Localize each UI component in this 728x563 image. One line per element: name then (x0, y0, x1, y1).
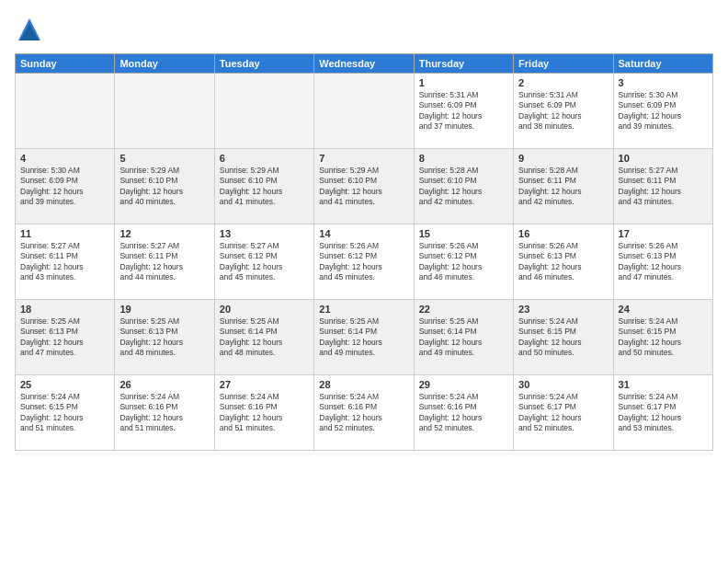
calendar-cell: 2Sunrise: 5:31 AM Sunset: 6:09 PM Daylig… (514, 74, 613, 149)
day-detail: Sunrise: 5:27 AM Sunset: 6:11 PM Dayligh… (119, 241, 209, 283)
day-number: 15 (419, 228, 508, 239)
day-detail: Sunrise: 5:26 AM Sunset: 6:13 PM Dayligh… (619, 241, 708, 283)
calendar-cell: 25Sunrise: 5:24 AM Sunset: 6:15 PM Dayli… (16, 375, 115, 451)
day-number: 18 (20, 304, 109, 315)
day-detail: Sunrise: 5:29 AM Sunset: 6:10 PM Dayligh… (119, 166, 209, 208)
day-number: 17 (619, 228, 708, 239)
day-number: 6 (220, 153, 309, 164)
calendar-cell: 9Sunrise: 5:28 AM Sunset: 6:11 PM Daylig… (514, 149, 613, 224)
calendar-cell: 21Sunrise: 5:25 AM Sunset: 6:14 PM Dayli… (314, 300, 414, 375)
calendar-cell: 31Sunrise: 5:24 AM Sunset: 6:17 PM Dayli… (613, 375, 712, 451)
day-number: 22 (419, 304, 508, 315)
logo-icon (15, 15, 44, 44)
day-number: 31 (619, 379, 708, 390)
calendar-cell: 29Sunrise: 5:24 AM Sunset: 6:16 PM Dayli… (414, 375, 513, 451)
calendar-cell: 23Sunrise: 5:24 AM Sunset: 6:15 PM Dayli… (514, 300, 613, 375)
day-detail: Sunrise: 5:31 AM Sunset: 6:09 PM Dayligh… (518, 90, 608, 132)
day-detail: Sunrise: 5:27 AM Sunset: 6:11 PM Dayligh… (619, 166, 708, 208)
calendar-header-thursday: Thursday (414, 54, 513, 74)
calendar-week-4: 18Sunrise: 5:25 AM Sunset: 6:13 PM Dayli… (16, 300, 713, 375)
day-number: 30 (518, 379, 608, 390)
day-detail: Sunrise: 5:30 AM Sunset: 6:09 PM Dayligh… (619, 90, 708, 132)
calendar-cell: 28Sunrise: 5:24 AM Sunset: 6:16 PM Dayli… (314, 375, 414, 451)
calendar-cell: 24Sunrise: 5:24 AM Sunset: 6:15 PM Dayli… (613, 300, 712, 375)
calendar-cell: 12Sunrise: 5:27 AM Sunset: 6:11 PM Dayli… (115, 224, 214, 300)
day-number: 24 (619, 304, 708, 315)
day-detail: Sunrise: 5:29 AM Sunset: 6:10 PM Dayligh… (220, 166, 309, 208)
day-detail: Sunrise: 5:25 AM Sunset: 6:13 PM Dayligh… (20, 316, 109, 359)
calendar-cell: 1Sunrise: 5:31 AM Sunset: 6:09 PM Daylig… (414, 74, 513, 149)
calendar-cell: 15Sunrise: 5:26 AM Sunset: 6:12 PM Dayli… (414, 224, 513, 300)
calendar-week-1: 1Sunrise: 5:31 AM Sunset: 6:09 PM Daylig… (16, 74, 713, 149)
calendar-cell (214, 74, 313, 149)
calendar-header-tuesday: Tuesday (214, 54, 313, 74)
calendar-header-monday: Monday (115, 54, 214, 74)
day-detail: Sunrise: 5:28 AM Sunset: 6:10 PM Dayligh… (419, 166, 508, 208)
day-detail: Sunrise: 5:25 AM Sunset: 6:14 PM Dayligh… (419, 316, 508, 359)
day-detail: Sunrise: 5:25 AM Sunset: 6:13 PM Dayligh… (119, 316, 209, 359)
day-number: 20 (220, 304, 309, 315)
header (15, 15, 713, 44)
calendar-cell: 22Sunrise: 5:25 AM Sunset: 6:14 PM Dayli… (414, 300, 513, 375)
day-detail: Sunrise: 5:24 AM Sunset: 6:15 PM Dayligh… (619, 316, 708, 359)
calendar-cell: 30Sunrise: 5:24 AM Sunset: 6:17 PM Dayli… (514, 375, 613, 451)
calendar-cell: 5Sunrise: 5:29 AM Sunset: 6:10 PM Daylig… (115, 149, 214, 224)
calendar-week-3: 11Sunrise: 5:27 AM Sunset: 6:11 PM Dayli… (16, 224, 713, 300)
calendar-cell: 8Sunrise: 5:28 AM Sunset: 6:10 PM Daylig… (414, 149, 513, 224)
page: SundayMondayTuesdayWednesdayThursdayFrid… (0, 0, 728, 563)
day-detail: Sunrise: 5:24 AM Sunset: 6:17 PM Dayligh… (619, 392, 708, 434)
calendar-cell: 4Sunrise: 5:30 AM Sunset: 6:09 PM Daylig… (16, 149, 115, 224)
day-detail: Sunrise: 5:27 AM Sunset: 6:12 PM Dayligh… (220, 241, 309, 283)
calendar-cell: 27Sunrise: 5:24 AM Sunset: 6:16 PM Dayli… (214, 375, 313, 451)
calendar-header-friday: Friday (514, 54, 613, 74)
day-number: 7 (319, 153, 408, 164)
calendar-cell: 17Sunrise: 5:26 AM Sunset: 6:13 PM Dayli… (613, 224, 712, 300)
calendar-header-saturday: Saturday (613, 54, 712, 74)
day-number: 12 (119, 228, 209, 239)
day-detail: Sunrise: 5:26 AM Sunset: 6:12 PM Dayligh… (419, 241, 508, 283)
calendar-cell: 20Sunrise: 5:25 AM Sunset: 6:14 PM Dayli… (214, 300, 313, 375)
day-detail: Sunrise: 5:24 AM Sunset: 6:16 PM Dayligh… (419, 392, 508, 434)
day-number: 23 (518, 304, 608, 315)
day-number: 21 (319, 304, 408, 315)
day-detail: Sunrise: 5:24 AM Sunset: 6:16 PM Dayligh… (119, 392, 209, 434)
day-detail: Sunrise: 5:28 AM Sunset: 6:11 PM Dayligh… (518, 166, 608, 208)
day-number: 27 (220, 379, 309, 390)
calendar-table: SundayMondayTuesdayWednesdayThursdayFrid… (15, 53, 713, 451)
day-number: 11 (20, 228, 109, 239)
calendar-cell: 3Sunrise: 5:30 AM Sunset: 6:09 PM Daylig… (613, 74, 712, 149)
calendar-cell (314, 74, 414, 149)
day-number: 3 (619, 77, 708, 88)
day-number: 25 (20, 379, 109, 390)
day-number: 14 (319, 228, 408, 239)
day-detail: Sunrise: 5:24 AM Sunset: 6:17 PM Dayligh… (518, 392, 608, 434)
calendar-cell: 19Sunrise: 5:25 AM Sunset: 6:13 PM Dayli… (115, 300, 214, 375)
day-detail: Sunrise: 5:24 AM Sunset: 6:15 PM Dayligh… (518, 316, 608, 359)
calendar-week-2: 4Sunrise: 5:30 AM Sunset: 6:09 PM Daylig… (16, 149, 713, 224)
calendar-header-sunday: Sunday (16, 54, 115, 74)
day-number: 16 (518, 228, 608, 239)
day-detail: Sunrise: 5:24 AM Sunset: 6:15 PM Dayligh… (20, 392, 109, 434)
day-number: 8 (419, 153, 508, 164)
calendar-cell: 7Sunrise: 5:29 AM Sunset: 6:10 PM Daylig… (314, 149, 414, 224)
day-number: 29 (419, 379, 508, 390)
calendar-cell: 18Sunrise: 5:25 AM Sunset: 6:13 PM Dayli… (16, 300, 115, 375)
day-number: 13 (220, 228, 309, 239)
day-number: 10 (619, 153, 708, 164)
day-detail: Sunrise: 5:25 AM Sunset: 6:14 PM Dayligh… (220, 316, 309, 359)
calendar-cell (16, 74, 115, 149)
day-detail: Sunrise: 5:27 AM Sunset: 6:11 PM Dayligh… (20, 241, 109, 283)
day-detail: Sunrise: 5:31 AM Sunset: 6:09 PM Dayligh… (419, 90, 508, 132)
day-number: 5 (119, 153, 209, 164)
calendar-cell: 10Sunrise: 5:27 AM Sunset: 6:11 PM Dayli… (613, 149, 712, 224)
calendar-cell: 13Sunrise: 5:27 AM Sunset: 6:12 PM Dayli… (214, 224, 313, 300)
calendar-header-row: SundayMondayTuesdayWednesdayThursdayFrid… (16, 54, 713, 74)
day-number: 2 (518, 77, 608, 88)
day-detail: Sunrise: 5:30 AM Sunset: 6:09 PM Dayligh… (20, 166, 109, 208)
day-detail: Sunrise: 5:26 AM Sunset: 6:12 PM Dayligh… (319, 241, 408, 283)
day-detail: Sunrise: 5:24 AM Sunset: 6:16 PM Dayligh… (319, 392, 408, 434)
day-detail: Sunrise: 5:29 AM Sunset: 6:10 PM Dayligh… (319, 166, 408, 208)
day-detail: Sunrise: 5:24 AM Sunset: 6:16 PM Dayligh… (220, 392, 309, 434)
logo (15, 15, 50, 44)
day-number: 19 (119, 304, 209, 315)
